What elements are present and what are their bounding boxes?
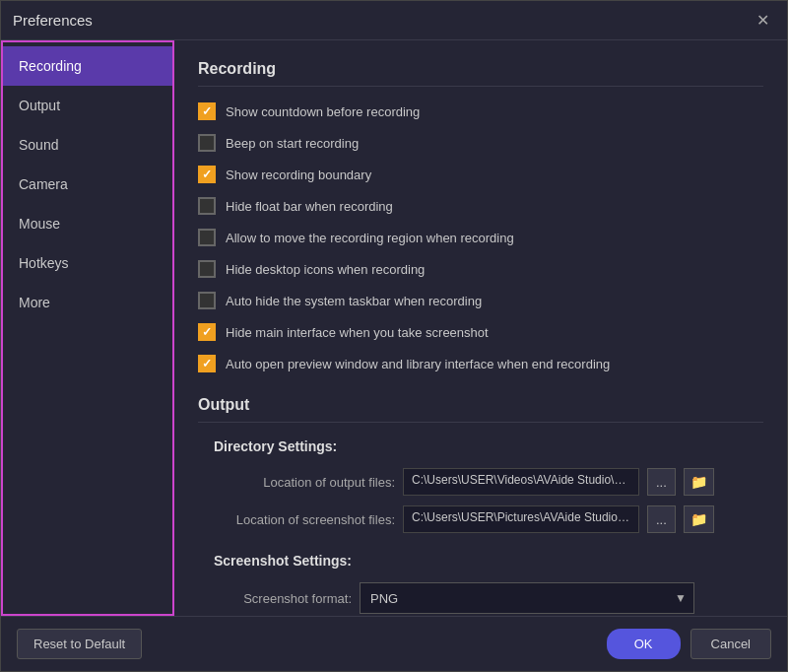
checkbox-label-autoopen: Auto open preview window and library int…: [226, 357, 610, 371]
sidebar-item-mouse[interactable]: Mouse: [3, 204, 172, 243]
sidebar-item-hotkeys[interactable]: Hotkeys: [3, 243, 172, 283]
output-files-row: Location of output files: C:\Users\USER\…: [198, 468, 763, 496]
checkbox-row-autoopen: Auto open preview window and library int…: [198, 355, 763, 372]
checkbox-row-desktopicons: Hide desktop icons when recording: [198, 260, 763, 278]
sidebar-item-more[interactable]: More: [3, 283, 172, 322]
dialog-body: Recording Output Sound Camera Mouse Hotk…: [1, 40, 787, 616]
checkbox-row-moveregion: Allow to move the recording region when …: [198, 229, 763, 246]
checkbox-label-maininterface: Hide main interface when you take screen…: [226, 325, 489, 340]
dialog: Preferences ✕ Recording Output Sound Cam…: [0, 0, 788, 672]
screenshot-dots-button[interactable]: ...: [647, 505, 676, 533]
screenshot-files-row: Location of screenshot files: C:\Users\U…: [198, 505, 763, 533]
checkbox-row-boundary: Show recording boundary: [198, 166, 763, 183]
sidebar-item-label: Output: [19, 98, 60, 113]
screenshot-files-label: Location of screenshot files:: [198, 512, 395, 527]
checkbox-taskbar[interactable]: [198, 292, 216, 309]
output-section-title: Output: [198, 396, 763, 423]
checkbox-label-desktopicons: Hide desktop icons when recording: [226, 262, 425, 277]
footer: Reset to Default OK Cancel: [1, 616, 787, 671]
screenshot-folder-button[interactable]: 📁: [684, 505, 714, 533]
sidebar-item-label: Sound: [19, 137, 58, 153]
output-files-input: C:\Users\USER\Videos\AVAide Studio\AVAid…: [403, 468, 639, 496]
sidebar-item-recording[interactable]: Recording: [3, 46, 172, 86]
screenshot-files-input: C:\Users\USER\Pictures\AVAide Studio\AVA…: [403, 505, 639, 533]
sidebar-item-label: Hotkeys: [19, 255, 69, 271]
sidebar: Recording Output Sound Camera Mouse Hotk…: [1, 40, 174, 616]
main-content: Recording Show countdown before recordin…: [174, 40, 787, 616]
dialog-title: Preferences: [13, 12, 93, 29]
format-label: Screenshot format:: [214, 591, 352, 606]
checkbox-row-floatbar: Hide float bar when recording: [198, 197, 763, 215]
output-files-label: Location of output files:: [198, 475, 395, 490]
format-select[interactable]: PNG JPG BMP GIF: [360, 582, 694, 614]
checkbox-moveregion[interactable]: [198, 229, 216, 246]
checkbox-row-taskbar: Auto hide the system taskbar when record…: [198, 292, 763, 309]
checkbox-floatbar[interactable]: [198, 197, 216, 215]
screenshot-settings-section: Screenshot Settings: Screenshot format: …: [198, 553, 763, 614]
checkbox-desktopicons[interactable]: [198, 260, 216, 278]
output-folder-button[interactable]: 📁: [684, 468, 714, 496]
checkbox-label-beep: Beep on start recording: [226, 136, 359, 151]
folder-icon: 📁: [690, 474, 707, 490]
checkbox-autoopen[interactable]: [198, 355, 216, 372]
checkbox-row-countdown: Show countdown before recording: [198, 102, 763, 120]
sidebar-item-label: More: [19, 295, 50, 310]
sidebar-item-output[interactable]: Output: [3, 86, 172, 125]
sidebar-item-label: Recording: [19, 58, 82, 74]
sidebar-item-camera[interactable]: Camera: [3, 165, 172, 204]
sidebar-item-label: Camera: [19, 176, 68, 192]
checkbox-row-maininterface: Hide main interface when you take screen…: [198, 323, 763, 341]
reset-button[interactable]: Reset to Default: [17, 629, 142, 659]
sidebar-item-label: Mouse: [19, 216, 60, 232]
cancel-button[interactable]: Cancel: [690, 629, 771, 659]
recording-section-title: Recording: [198, 60, 763, 87]
format-select-wrapper: PNG JPG BMP GIF ▼: [360, 582, 694, 614]
checkbox-row-beep: Beep on start recording: [198, 134, 763, 152]
checkbox-countdown[interactable]: [198, 102, 216, 120]
footer-right: OK Cancel: [607, 629, 771, 659]
output-dots-button[interactable]: ...: [647, 468, 676, 496]
checkbox-label-moveregion: Allow to move the recording region when …: [226, 231, 514, 245]
folder-icon: 📁: [690, 511, 707, 527]
title-bar: Preferences ✕: [1, 1, 787, 40]
checkbox-label-countdown: Show countdown before recording: [226, 104, 420, 119]
checkbox-label-taskbar: Auto hide the system taskbar when record…: [226, 294, 482, 308]
ok-button[interactable]: OK: [607, 629, 681, 659]
screenshot-settings-title: Screenshot Settings:: [214, 553, 763, 569]
checkbox-beep[interactable]: [198, 134, 216, 152]
format-row: Screenshot format: PNG JPG BMP GIF ▼: [214, 582, 763, 614]
close-button[interactable]: ✕: [751, 9, 775, 32]
checkbox-label-floatbar: Hide float bar when recording: [226, 199, 393, 214]
checkbox-maininterface[interactable]: [198, 323, 216, 341]
sidebar-item-sound[interactable]: Sound: [3, 125, 172, 165]
checkbox-boundary[interactable]: [198, 166, 216, 183]
checkbox-label-boundary: Show recording boundary: [226, 168, 371, 182]
output-section: Output Directory Settings: Location of o…: [198, 396, 763, 614]
directory-settings-title: Directory Settings:: [214, 438, 763, 454]
